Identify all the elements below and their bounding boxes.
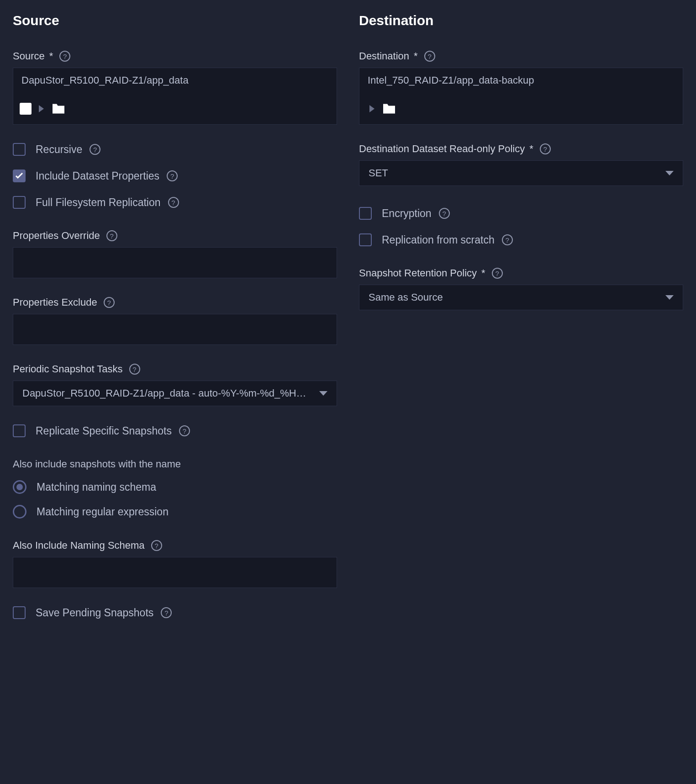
tree-checkbox[interactable] (20, 103, 32, 115)
matching-regex-label: Matching regular expression (37, 506, 169, 518)
also-include-naming-schema-input[interactable] (13, 557, 337, 588)
also-include-naming-schema-label: Also Include Naming Schema (13, 540, 145, 551)
readonly-policy-field: Destination Dataset Read-only Policy* ? … (359, 143, 683, 186)
retention-policy-field: Snapshot Retention Policy* ? Same as Sou… (359, 267, 683, 310)
readonly-policy-select[interactable]: SET (359, 160, 683, 186)
help-icon[interactable]: ? (59, 51, 70, 62)
full-fs-replication-checkbox[interactable] (13, 196, 26, 209)
replicate-specific-label: Replicate Specific Snapshots (36, 425, 172, 437)
save-pending-label: Save Pending Snapshots (36, 607, 153, 619)
periodic-snapshot-value: DapuStor_R5100_RAID-Z1/app_data - auto-%… (22, 387, 312, 399)
retention-policy-value: Same as Source (369, 291, 448, 303)
replication-from-scratch-label: Replication from scratch (382, 234, 495, 246)
periodic-snapshot-label: Periodic Snapshot Tasks (13, 363, 123, 375)
required-marker: * (414, 50, 418, 62)
help-icon[interactable]: ? (502, 234, 513, 245)
folder-icon (382, 103, 396, 115)
replication-from-scratch-checkbox[interactable] (359, 233, 372, 246)
help-icon[interactable]: ? (168, 197, 179, 208)
properties-override-field: Properties Override ? (13, 230, 337, 278)
chevron-down-icon (665, 295, 674, 300)
help-icon[interactable]: ? (424, 51, 435, 62)
source-heading: Source (13, 13, 337, 28)
destination-tree[interactable] (359, 93, 683, 125)
help-icon[interactable]: ? (90, 144, 100, 155)
properties-exclude-input[interactable] (13, 314, 337, 345)
required-marker: * (529, 143, 533, 155)
help-icon[interactable]: ? (540, 143, 551, 154)
destination-label: Destination (359, 50, 409, 62)
properties-override-input[interactable] (13, 247, 337, 278)
readonly-policy-label: Destination Dataset Read-only Policy (359, 143, 525, 155)
source-tree[interactable] (13, 93, 337, 125)
required-marker: * (49, 50, 53, 62)
recursive-checkbox[interactable] (13, 143, 26, 156)
also-include-naming-schema-field: Also Include Naming Schema ? (13, 540, 337, 588)
include-dataset-props-checkbox[interactable] (13, 170, 26, 182)
chevron-down-icon (665, 171, 674, 175)
source-field: Source* ? (13, 50, 337, 125)
destination-input[interactable] (359, 68, 683, 93)
periodic-snapshot-select[interactable]: DapuStor_R5100_RAID-Z1/app_data - auto-%… (13, 381, 337, 406)
matching-regex-radio[interactable] (13, 505, 26, 519)
help-icon[interactable]: ? (129, 364, 140, 375)
help-icon[interactable]: ? (161, 607, 172, 618)
full-fs-replication-label: Full Filesystem Replication (36, 196, 161, 209)
required-marker: * (481, 267, 485, 279)
help-icon[interactable]: ? (104, 297, 115, 308)
help-icon[interactable]: ? (439, 208, 450, 219)
source-input[interactable] (13, 68, 337, 93)
recursive-label: Recursive (36, 143, 82, 156)
matching-schema-radio[interactable] (13, 480, 26, 494)
help-icon[interactable]: ? (151, 540, 162, 551)
destination-heading: Destination (359, 13, 683, 28)
save-pending-checkbox[interactable] (13, 606, 26, 619)
also-include-heading: Also include snapshots with the name (13, 458, 337, 470)
folder-icon (51, 103, 66, 115)
readonly-policy-value: SET (369, 167, 394, 179)
help-icon[interactable]: ? (492, 268, 503, 279)
include-dataset-props-label: Include Dataset Properties (36, 170, 159, 182)
retention-policy-select[interactable]: Same as Source (359, 285, 683, 310)
properties-override-label: Properties Override (13, 230, 100, 242)
source-label: Source (13, 50, 45, 62)
periodic-snapshot-field: Periodic Snapshot Tasks ? DapuStor_R5100… (13, 363, 337, 406)
properties-exclude-label: Properties Exclude (13, 297, 97, 308)
help-icon[interactable]: ? (179, 425, 190, 436)
destination-column: Destination Destination* ? Destination D… (359, 13, 683, 633)
chevron-right-icon[interactable] (39, 105, 44, 112)
help-icon[interactable]: ? (106, 230, 117, 241)
encryption-checkbox[interactable] (359, 207, 372, 220)
chevron-right-icon[interactable] (369, 105, 374, 112)
properties-exclude-field: Properties Exclude ? (13, 297, 337, 345)
replicate-specific-checkbox[interactable] (13, 424, 26, 437)
matching-schema-label: Matching naming schema (37, 481, 156, 493)
source-column: Source Source* ? Recursive ? (13, 13, 337, 633)
destination-field: Destination* ? (359, 50, 683, 125)
retention-policy-label: Snapshot Retention Policy (359, 267, 477, 279)
encryption-label: Encryption (382, 207, 432, 220)
help-icon[interactable]: ? (167, 170, 178, 181)
chevron-down-icon (319, 391, 327, 396)
